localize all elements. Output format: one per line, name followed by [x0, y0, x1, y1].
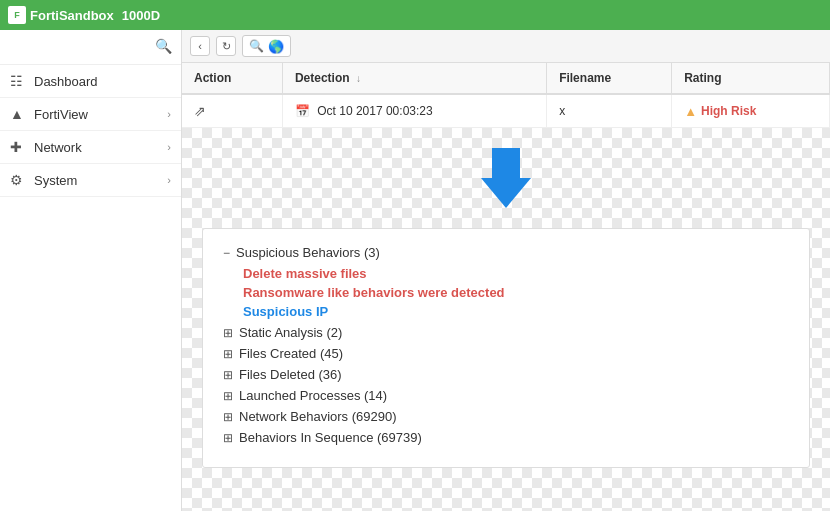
browser-toolbar: ‹ ↻ 🔍 🌎: [182, 30, 830, 63]
fortiview-icon: ▲: [10, 106, 26, 122]
header-logo: F FortiSandbox 1000D: [8, 6, 160, 24]
filename-cell: x: [547, 94, 672, 128]
sidebar-item-dashboard[interactable]: ☷ Dashboard: [0, 65, 181, 98]
behaviors-sequence-label: Behaviors In Sequence (69739): [239, 430, 422, 445]
suspicious-behaviors-row: − Suspicious Behaviors (3): [223, 245, 789, 260]
arrow-shaft: [492, 148, 520, 178]
app-title: FortiSandbox: [30, 8, 114, 23]
files-created-row: ⊞ Files Created (45): [223, 346, 789, 361]
system-icon: ⚙: [10, 172, 26, 188]
content-area: ‹ ↻ 🔍 🌎 Action Detection ↓: [182, 30, 830, 511]
filename-value: x: [559, 104, 565, 118]
static-analysis-row: ⊞ Static Analysis (2): [223, 325, 789, 340]
suspicious-item-3: Suspicious IP: [243, 304, 789, 319]
fortiview-arrow-icon: ›: [167, 108, 171, 120]
system-arrow-icon: ›: [167, 174, 171, 186]
detection-cell: 📅 Oct 10 2017 00:03:23: [282, 94, 546, 128]
suspicious-item-2: Ransomware like behaviors were detected: [243, 285, 789, 300]
address-bar: 🔍 🌎: [242, 35, 291, 57]
action-open-icon[interactable]: ⇗: [194, 103, 206, 119]
sidebar-item-fortiview[interactable]: ▲ FortiView ›: [0, 98, 181, 131]
sidebar: 🔍 ☷ Dashboard ▲ FortiView › ✚ Network › …: [0, 30, 182, 511]
launched-processes-label: Launched Processes (14): [239, 388, 387, 403]
back-button[interactable]: ‹: [190, 36, 210, 56]
collapse-icon[interactable]: −: [223, 246, 230, 260]
rating-cell: ▲ High Risk: [672, 94, 830, 128]
network-icon: ✚: [10, 139, 26, 155]
sidebar-label-dashboard: Dashboard: [34, 74, 171, 89]
sort-indicator: ↓: [356, 73, 361, 84]
launched-processes-row: ⊞ Launched Processes (14): [223, 388, 789, 403]
detail-panel: − Suspicious Behaviors (3) Delete massiv…: [202, 228, 810, 468]
results-table: Action Detection ↓ Filename Rating: [182, 63, 830, 128]
rating-value: ▲ High Risk: [684, 104, 817, 119]
files-created-label: Files Created (45): [239, 346, 343, 361]
files-deleted-row: ⊞ Files Deleted (36): [223, 367, 789, 382]
network-behaviors-label: Network Behaviors (69290): [239, 409, 397, 424]
network-behaviors-row: ⊞ Network Behaviors (69290): [223, 409, 789, 424]
sidebar-search-row: 🔍: [0, 30, 181, 65]
dashboard-icon: ☷: [10, 73, 26, 89]
detection-date: Oct 10 2017 00:03:23: [317, 104, 432, 118]
col-header-detection[interactable]: Detection ↓: [282, 63, 546, 94]
arrow-head: [481, 178, 531, 208]
suspicious-behaviors-label: Suspicious Behaviors (3): [236, 245, 380, 260]
expand-static-icon[interactable]: ⊞: [223, 326, 233, 340]
address-globe-icon: 🌎: [268, 39, 284, 54]
suspicious-behaviors-items: Delete massive files Ransomware like beh…: [223, 266, 789, 319]
suspicious-item-1: Delete massive files: [243, 266, 789, 281]
expand-sequence-icon[interactable]: ⊞: [223, 431, 233, 445]
expand-network-icon[interactable]: ⊞: [223, 410, 233, 424]
network-arrow-icon: ›: [167, 141, 171, 153]
sidebar-item-network[interactable]: ✚ Network ›: [0, 131, 181, 164]
down-arrow: [202, 148, 810, 208]
expand-processes-icon[interactable]: ⊞: [223, 389, 233, 403]
behaviors-sequence-row: ⊞ Behaviors In Sequence (69739): [223, 430, 789, 445]
files-deleted-label: Files Deleted (36): [239, 367, 342, 382]
refresh-button[interactable]: ↻: [216, 36, 236, 56]
static-analysis-label: Static Analysis (2): [239, 325, 342, 340]
calendar-icon: 📅: [295, 104, 310, 118]
sidebar-label-network: Network: [34, 140, 159, 155]
col-header-filename: Filename: [547, 63, 672, 94]
table-row: ⇗ 📅 Oct 10 2017 00:03:23 x ▲ High Risk: [182, 94, 830, 128]
sidebar-item-system[interactable]: ⚙ System ›: [0, 164, 181, 197]
app-model: 1000D: [122, 8, 160, 23]
main-layout: 🔍 ☷ Dashboard ▲ FortiView › ✚ Network › …: [0, 30, 830, 511]
col-header-rating: Rating: [672, 63, 830, 94]
action-cell: ⇗: [182, 94, 282, 128]
fortisandbox-logo-icon: F: [8, 6, 26, 24]
expand-files-created-icon[interactable]: ⊞: [223, 347, 233, 361]
header-bar: F FortiSandbox 1000D: [0, 0, 830, 30]
col-header-action: Action: [182, 63, 282, 94]
warning-icon: ▲: [684, 104, 697, 119]
sidebar-label-system: System: [34, 173, 159, 188]
checker-area: − Suspicious Behaviors (3) Delete massiv…: [182, 128, 830, 511]
expand-files-deleted-icon[interactable]: ⊞: [223, 368, 233, 382]
sidebar-label-fortiview: FortiView: [34, 107, 159, 122]
address-search-icon: 🔍: [249, 39, 264, 53]
search-icon[interactable]: 🔍: [155, 38, 173, 56]
